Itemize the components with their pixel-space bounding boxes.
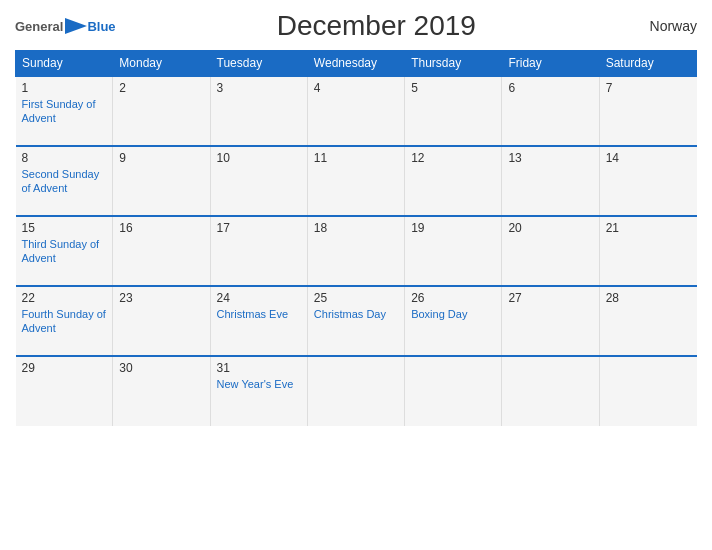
svg-marker-0 bbox=[65, 18, 87, 34]
holiday-name: New Year's Eve bbox=[217, 377, 301, 391]
day-number: 10 bbox=[217, 151, 301, 165]
day-cell: 27 bbox=[502, 286, 599, 356]
day-number: 28 bbox=[606, 291, 691, 305]
weekday-monday: Monday bbox=[113, 51, 210, 77]
day-cell: 26Boxing Day bbox=[405, 286, 502, 356]
day-number: 12 bbox=[411, 151, 495, 165]
weekday-saturday: Saturday bbox=[599, 51, 696, 77]
calendar-page: General Blue December 2019 Norway Sunday… bbox=[0, 0, 712, 550]
day-number: 4 bbox=[314, 81, 398, 95]
holiday-name: Fourth Sunday of Advent bbox=[22, 307, 107, 336]
day-number: 3 bbox=[217, 81, 301, 95]
day-number: 15 bbox=[22, 221, 107, 235]
day-cell: 16 bbox=[113, 216, 210, 286]
day-cell: 20 bbox=[502, 216, 599, 286]
header: General Blue December 2019 Norway bbox=[15, 10, 697, 42]
day-number: 26 bbox=[411, 291, 495, 305]
calendar-body: 1First Sunday of Advent2345678Second Sun… bbox=[16, 76, 697, 426]
holiday-name: Second Sunday of Advent bbox=[22, 167, 107, 196]
day-cell: 17 bbox=[210, 216, 307, 286]
day-number: 8 bbox=[22, 151, 107, 165]
day-cell: 11 bbox=[307, 146, 404, 216]
weekday-thursday: Thursday bbox=[405, 51, 502, 77]
weekday-header-row: SundayMondayTuesdayWednesdayThursdayFrid… bbox=[16, 51, 697, 77]
day-cell: 21 bbox=[599, 216, 696, 286]
day-cell bbox=[307, 356, 404, 426]
day-cell: 18 bbox=[307, 216, 404, 286]
holiday-name: Third Sunday of Advent bbox=[22, 237, 107, 266]
weekday-sunday: Sunday bbox=[16, 51, 113, 77]
day-cell: 13 bbox=[502, 146, 599, 216]
day-number: 23 bbox=[119, 291, 203, 305]
day-number: 18 bbox=[314, 221, 398, 235]
day-number: 27 bbox=[508, 291, 592, 305]
day-cell bbox=[502, 356, 599, 426]
day-cell: 25Christmas Day bbox=[307, 286, 404, 356]
holiday-name: Christmas Eve bbox=[217, 307, 301, 321]
day-number: 6 bbox=[508, 81, 592, 95]
day-number: 30 bbox=[119, 361, 203, 375]
day-cell: 29 bbox=[16, 356, 113, 426]
holiday-name: First Sunday of Advent bbox=[22, 97, 107, 126]
day-cell: 22Fourth Sunday of Advent bbox=[16, 286, 113, 356]
day-cell: 28 bbox=[599, 286, 696, 356]
day-cell: 5 bbox=[405, 76, 502, 146]
day-cell: 8Second Sunday of Advent bbox=[16, 146, 113, 216]
logo-blue-text: Blue bbox=[87, 19, 115, 34]
weekday-wednesday: Wednesday bbox=[307, 51, 404, 77]
holiday-name: Christmas Day bbox=[314, 307, 398, 321]
day-number: 20 bbox=[508, 221, 592, 235]
week-row-4: 22Fourth Sunday of Advent2324Christmas E… bbox=[16, 286, 697, 356]
day-cell: 7 bbox=[599, 76, 696, 146]
calendar-header: SundayMondayTuesdayWednesdayThursdayFrid… bbox=[16, 51, 697, 77]
day-number: 1 bbox=[22, 81, 107, 95]
day-number: 11 bbox=[314, 151, 398, 165]
day-number: 29 bbox=[22, 361, 107, 375]
day-cell: 23 bbox=[113, 286, 210, 356]
day-cell: 14 bbox=[599, 146, 696, 216]
day-cell: 31New Year's Eve bbox=[210, 356, 307, 426]
logo-flag-icon bbox=[65, 18, 87, 34]
day-number: 25 bbox=[314, 291, 398, 305]
day-cell: 12 bbox=[405, 146, 502, 216]
day-cell: 30 bbox=[113, 356, 210, 426]
day-cell: 10 bbox=[210, 146, 307, 216]
day-number: 2 bbox=[119, 81, 203, 95]
day-cell bbox=[405, 356, 502, 426]
weekday-tuesday: Tuesday bbox=[210, 51, 307, 77]
day-number: 24 bbox=[217, 291, 301, 305]
day-number: 14 bbox=[606, 151, 691, 165]
day-number: 21 bbox=[606, 221, 691, 235]
day-cell: 24Christmas Eve bbox=[210, 286, 307, 356]
weekday-friday: Friday bbox=[502, 51, 599, 77]
week-row-5: 293031New Year's Eve bbox=[16, 356, 697, 426]
day-number: 31 bbox=[217, 361, 301, 375]
day-number: 5 bbox=[411, 81, 495, 95]
country-label: Norway bbox=[637, 18, 697, 34]
week-row-2: 8Second Sunday of Advent91011121314 bbox=[16, 146, 697, 216]
day-cell bbox=[599, 356, 696, 426]
week-row-1: 1First Sunday of Advent234567 bbox=[16, 76, 697, 146]
day-number: 17 bbox=[217, 221, 301, 235]
day-cell: 15Third Sunday of Advent bbox=[16, 216, 113, 286]
day-number: 22 bbox=[22, 291, 107, 305]
day-cell: 2 bbox=[113, 76, 210, 146]
week-row-3: 15Third Sunday of Advent161718192021 bbox=[16, 216, 697, 286]
day-number: 13 bbox=[508, 151, 592, 165]
day-number: 19 bbox=[411, 221, 495, 235]
day-cell: 6 bbox=[502, 76, 599, 146]
day-cell: 1First Sunday of Advent bbox=[16, 76, 113, 146]
holiday-name: Boxing Day bbox=[411, 307, 495, 321]
logo-general-text: General bbox=[15, 19, 63, 34]
calendar-table: SundayMondayTuesdayWednesdayThursdayFrid… bbox=[15, 50, 697, 426]
month-title: December 2019 bbox=[116, 10, 637, 42]
day-number: 7 bbox=[606, 81, 691, 95]
day-cell: 3 bbox=[210, 76, 307, 146]
day-cell: 19 bbox=[405, 216, 502, 286]
day-number: 16 bbox=[119, 221, 203, 235]
day-number: 9 bbox=[119, 151, 203, 165]
day-cell: 4 bbox=[307, 76, 404, 146]
day-cell: 9 bbox=[113, 146, 210, 216]
logo: General Blue bbox=[15, 18, 116, 34]
